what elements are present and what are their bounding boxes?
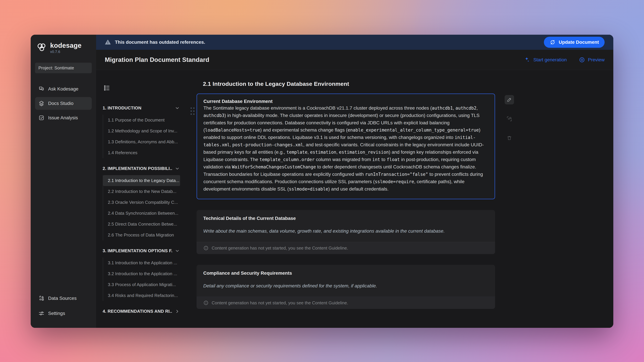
- app-window: kodesage v0.7.6 Project: Sontimate Ask K…: [31, 35, 613, 328]
- project-selector[interactable]: Project: Sontimate: [35, 63, 92, 73]
- preview-button[interactable]: Preview: [579, 57, 604, 63]
- drag-handle-icon[interactable]: [190, 107, 196, 115]
- toc-item[interactable]: 2.4 Data Synchronization Between...: [103, 208, 180, 219]
- paragraph-text: ) and use default credentials.: [328, 186, 388, 192]
- sidebar-item-ask-kodesage[interactable]: Ask Kodesage: [35, 83, 92, 95]
- inline-code: float: [387, 157, 400, 162]
- inline-code: WaitForSchemaChangesCustomChange: [232, 164, 316, 169]
- toc-item[interactable]: 2.6 The Process of Data Migration: [103, 230, 180, 241]
- inline-code: template_column.order: [260, 157, 314, 162]
- inline-code: template: [286, 150, 308, 155]
- generation-notice-text: Content generation has not yet started, …: [212, 246, 348, 251]
- toc-item[interactable]: 3.3 Process of Application Migrati...: [103, 279, 180, 290]
- toc-item[interactable]: 2.3 Oracle Version Compatibility C...: [103, 197, 180, 208]
- page-title: Migration Plan Document Standard: [105, 56, 209, 63]
- sync-sparkle-icon: [550, 39, 556, 45]
- paragraph-text: ,: [453, 105, 456, 111]
- sidebar-item-data-sources[interactable]: Data Sources: [35, 292, 92, 305]
- content-card-selected[interactable]: Current Database Environment The Sontima…: [196, 93, 495, 199]
- toc-item[interactable]: 1.1 Purpose of the Document: [103, 115, 180, 125]
- inline-code: authcdb3: [204, 113, 224, 118]
- inline-code: runInTransaction="false": [365, 172, 428, 177]
- toc-section-label: 4. RECOMMENDATIONS AND RI...: [103, 309, 172, 314]
- start-generation-button[interactable]: Start generation: [524, 56, 567, 63]
- main-area: This document has outdated references. U…: [96, 35, 613, 328]
- header-actions: Start generation Preview: [524, 56, 604, 63]
- info-circle-icon: [203, 245, 209, 251]
- toc-item[interactable]: 2.5 Direct Data Connection Betwe...: [103, 219, 180, 230]
- toc-item[interactable]: 3.1 Introduction to the Application ...: [103, 257, 180, 268]
- document-header: Migration Plan Document Standard Start g…: [96, 50, 613, 70]
- sidebar-item-label: Data Sources: [48, 296, 77, 301]
- toc-panel: 1. INTRODUCTION1.1 Purpose of the Docume…: [103, 70, 180, 321]
- guideline-card-compliance[interactable]: Compliance and Security Requirements Det…: [196, 265, 495, 309]
- desktop-background: { "app": { "name": "kodesage", "version"…: [0, 0, 644, 362]
- toc-section-header[interactable]: 3. IMPLEMENTATION OPTIONS F...: [103, 246, 180, 256]
- outdated-references-banner: This document has outdated references. U…: [96, 35, 613, 50]
- logo: kodesage v0.7.6: [35, 42, 92, 54]
- sidebar-item-label: Issue Analysis: [48, 115, 78, 120]
- section-heading: 2.1 Introduction to the Legacy Database …: [203, 81, 495, 87]
- pencil-icon: [507, 97, 512, 102]
- edit-button[interactable]: [505, 95, 514, 104]
- toc-section: 1. INTRODUCTION1.1 Purpose of the Docume…: [103, 103, 180, 159]
- warning-triangle-icon: [105, 39, 111, 45]
- scan-search-icon: [506, 116, 512, 122]
- inline-code: authcdb1: [432, 106, 453, 111]
- toc-section-header[interactable]: 2. IMPLEMENTATION POSSIBILI...: [103, 164, 180, 173]
- guideline-text: Detail any compliance or security requir…: [196, 276, 495, 297]
- paragraph-text: ,: [308, 149, 310, 155]
- chevron-down-icon: [175, 166, 180, 171]
- toc-section: 4. RECOMMENDATIONS AND RI...: [103, 306, 180, 316]
- toc-item[interactable]: 3.2 Introduction to the Application ...: [103, 268, 180, 279]
- inline-code: post-production-changes.xml: [232, 142, 303, 147]
- toc-item[interactable]: 2.1 Introduction to the Legacy Data...: [103, 175, 180, 186]
- toc-section-label: 2. IMPLEMENTATION POSSIBILI...: [103, 166, 172, 171]
- delete-button[interactable]: [505, 133, 514, 143]
- toc-item[interactable]: 3.4 Risks and Required Refactorin...: [103, 290, 180, 301]
- sidebar-footer-nav: Data Sources Settings: [35, 292, 92, 320]
- info-circle-icon: [203, 300, 209, 306]
- paragraph-text: The Sontimate legacy database environmen…: [204, 105, 432, 111]
- chevron-down-icon: [175, 248, 180, 253]
- sidebar-nav: Ask Kodesage Docs Studio Issue Analysis: [35, 83, 92, 124]
- toc-item[interactable]: 1.3 Definitions, Acronyms and Abb...: [103, 136, 180, 147]
- generation-notice: Content generation has not yet started, …: [196, 242, 495, 254]
- eye-icon: [579, 57, 585, 63]
- guideline-card-technical-details[interactable]: Technical Details of the Current Databas…: [196, 210, 495, 254]
- toc-item-list: 1.1 Purpose of the Document1.2 Methodolo…: [103, 115, 180, 158]
- content-card-title: Current Database Environment: [204, 99, 488, 104]
- content-card-paragraph: The Sontimate legacy database environmen…: [204, 104, 488, 193]
- guideline-card-title: Compliance and Security Requirements: [196, 265, 495, 276]
- content-area: 1. INTRODUCTION1.1 Purpose of the Docume…: [96, 70, 613, 328]
- toc-section-header[interactable]: 4. RECOMMENDATIONS AND RI...: [103, 306, 180, 316]
- sidebar-item-settings[interactable]: Settings: [35, 307, 92, 320]
- inline-code: estimation_revision: [339, 150, 389, 155]
- toc-section-header[interactable]: 1. INTRODUCTION: [103, 103, 180, 113]
- paragraph-text: ,: [476, 105, 478, 111]
- document-column: 2.1 Introduction to the Legacy Database …: [196, 70, 495, 309]
- inline-code: sslmode=require: [375, 179, 414, 184]
- scan-search-button[interactable]: [505, 114, 514, 123]
- banner-text: This document has outdated references.: [115, 39, 205, 45]
- update-document-button[interactable]: Update Document: [544, 37, 604, 48]
- toc-section: 3. IMPLEMENTATION OPTIONS F...3.1 Introd…: [103, 246, 180, 302]
- kodesage-logo-icon: [36, 42, 47, 53]
- paragraph-text: ,: [336, 149, 339, 155]
- sidebar-item-docs-studio[interactable]: Docs Studio: [35, 97, 92, 110]
- sidebar-item-issue-analysis[interactable]: Issue Analysis: [35, 111, 92, 124]
- sliders-icon: [38, 310, 44, 317]
- toc-item[interactable]: 1.2 Methodology and Scope of Inv...: [103, 125, 180, 136]
- preview-label: Preview: [588, 57, 604, 62]
- toc-section-label: 3. IMPLEMENTATION OPTIONS F...: [103, 248, 172, 253]
- inline-code: sslmode=disable: [289, 187, 328, 192]
- paragraph-text: ) and experimental schema change flags (: [260, 127, 348, 133]
- outline-list-icon[interactable]: [103, 84, 111, 92]
- toc-item[interactable]: 1.4 References: [103, 147, 180, 158]
- inline-code: int: [372, 157, 380, 162]
- sidebar-item-label: Settings: [48, 311, 65, 316]
- toc-item[interactable]: 2.2 Introduction to the New Datab...: [103, 186, 180, 197]
- paragraph-text: to: [380, 157, 387, 162]
- app-version: v0.7.6: [50, 50, 82, 54]
- generation-notice-text: Content generation has not yet started, …: [212, 300, 348, 306]
